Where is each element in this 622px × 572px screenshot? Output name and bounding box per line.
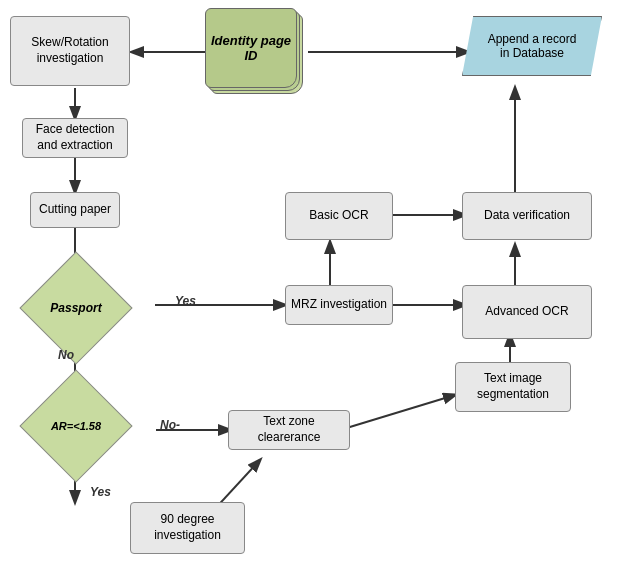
ninety-degree-box: 90 degree investigation	[130, 502, 245, 554]
flowchart: Skew/Rotation investigation Face detecti…	[0, 0, 622, 572]
no2-label: No-	[160, 418, 180, 432]
svg-line-13	[340, 395, 455, 430]
identity-page: Identity page ID	[205, 8, 297, 88]
no1-label: No	[58, 348, 74, 362]
mrz-box: MRZ investigation	[285, 285, 393, 325]
cutting-paper-box: Cutting paper	[30, 192, 120, 228]
ar-diamond-wrap: AR=<1.58	[35, 388, 117, 464]
text-image-seg-box: Text image segmentation	[455, 362, 571, 412]
advanced-ocr-box: Advanced OCR	[462, 285, 592, 339]
ar-diamond	[19, 369, 132, 482]
skew-rotation-box: Skew/Rotation investigation	[10, 16, 130, 86]
data-verification-box: Data verification	[462, 192, 592, 240]
append-db-box: Append a record in Database	[462, 16, 602, 76]
basic-ocr-box: Basic OCR	[285, 192, 393, 240]
text-zone-box: Text zone clearerance	[228, 410, 350, 450]
passport-diamond	[19, 251, 132, 364]
passport-diamond-wrap: Passport	[35, 270, 117, 346]
yes1-label: Yes	[175, 294, 196, 308]
face-detection-box: Face detection and extraction	[22, 118, 128, 158]
yes2-label: Yes	[90, 485, 111, 499]
identity-box: Identity page ID	[205, 8, 297, 88]
